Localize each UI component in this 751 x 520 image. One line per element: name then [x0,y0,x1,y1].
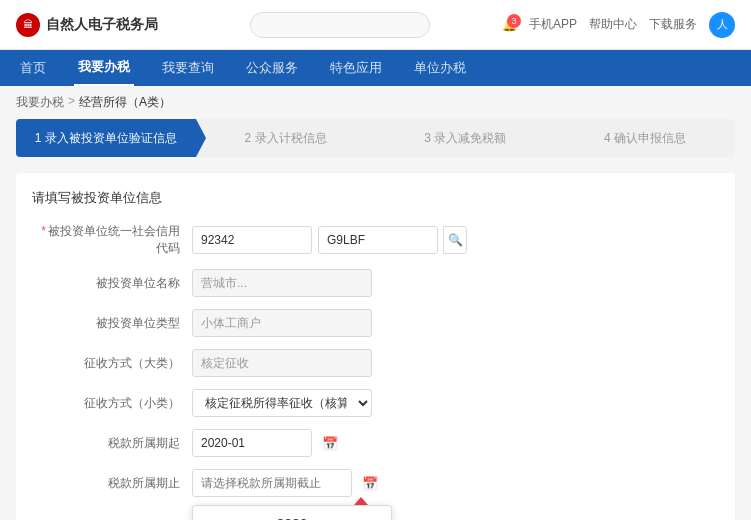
breadcrumb: 我要办税 > 经营所得（A类） [0,86,751,119]
tax-end-calendar-icon[interactable]: 📅 [362,476,378,491]
breadcrumb-home[interactable]: 我要办税 [16,94,64,111]
nav-unit[interactable]: 单位办税 [410,50,470,86]
company-name-row: 被投资单位名称 [32,269,719,297]
nav-my-tax[interactable]: 我要办税 [74,50,134,86]
steps-bar: 1 录入被投资单位验证信息 2 录入计税信息 3 录入减免税额 4 确认申报信息 [16,119,735,157]
collect-type-major-control [192,349,372,377]
tax-start-row: 税款所属期起 📅 [32,429,719,457]
social-code-row: 被投资单位统一社会信用代码 🔍 [32,223,719,257]
social-code-control: 🔍 [192,226,467,254]
tax-end-control: 📅 [192,469,378,497]
calendar-header: « 2020 » [203,516,381,520]
company-name-input [192,269,372,297]
step-3-arrow [555,119,565,157]
section-title: 请填写被投资单位信息 [32,189,719,207]
header: 🏛 自然人电子税务局 🔔 3 手机APP 帮助中心 下载服务 人 [0,0,751,50]
collect-type-major-row: 征收方式（大类） [32,349,719,377]
nav-home[interactable]: 首页 [16,50,50,86]
search-input[interactable] [250,12,430,38]
tax-start-control: 📅 [192,429,338,457]
calendar-arrow [354,497,368,505]
step-4-label: 4 确认申报信息 [604,130,686,147]
collect-type-major-label: 征收方式（大类） [32,355,192,372]
company-type-control [192,309,372,337]
tax-end-input[interactable] [192,469,352,497]
social-code-input[interactable] [192,226,312,254]
cal-next-button[interactable]: » [316,516,324,520]
step-3-label: 3 录入减免税额 [424,130,506,147]
collect-type-major-input [192,349,372,377]
breadcrumb-current: 经营所得（A类） [79,94,171,111]
step-1-label: 1 录入被投资单位验证信息 [35,130,177,147]
company-type-row: 被投资单位类型 [32,309,719,337]
cal-prev-button[interactable]: « [261,516,269,520]
notification-bell[interactable]: 🔔 3 [502,18,517,32]
nav-public[interactable]: 公众服务 [242,50,302,86]
company-name-label: 被投资单位名称 [32,275,192,292]
tax-end-label: 税款所属期止 [32,475,192,492]
nav-query[interactable]: 我要查询 [158,50,218,86]
step-2-label: 2 录入计税信息 [245,130,327,147]
main-content: 1 录入被投资单位验证信息 2 录入计税信息 3 录入减免税额 4 确认申报信息… [0,119,751,520]
notification-badge: 3 [507,14,521,28]
tax-end-row: 税款所属期止 📅 [32,469,719,497]
header-actions: 🔔 3 手机APP 帮助中心 下载服务 人 [502,12,735,38]
calendar-box: « 2020 » 1月 2月 3月 4月 5月 6月 7月 8月 9月 10月 … [192,505,392,520]
step-2-arrow [376,119,386,157]
social-code-label: 被投资单位统一社会信用代码 [32,223,192,257]
company-type-input [192,309,372,337]
collect-type-minor-label: 征收方式（小类） [32,395,192,412]
collect-type-minor-row: 征收方式（小类） 核定征税所得率征收（核算收入总额） [32,389,719,417]
company-type-label: 被投资单位类型 [32,315,192,332]
collect-type-minor-control: 核定征税所得率征收（核算收入总额） [192,389,372,417]
step-4: 4 确认申报信息 [555,119,735,157]
tax-start-calendar-icon[interactable]: 📅 [322,436,338,451]
step-2: 2 录入计税信息 [196,119,376,157]
social-code-search-button[interactable]: 🔍 [443,226,467,254]
tax-start-input[interactable] [192,429,312,457]
phone-app-link[interactable]: 手机APP [529,16,577,33]
user-avatar[interactable]: 人 [709,12,735,38]
logo-icon: 🏛 [16,13,40,37]
form-card: 请填写被投资单位信息 被投资单位统一社会信用代码 🔍 被投资单位名称 被投资单位… [16,173,735,520]
nav-special[interactable]: 特色应用 [326,50,386,86]
company-name-control [192,269,372,297]
step-3: 3 录入减免税额 [376,119,556,157]
download-link[interactable]: 下载服务 [649,16,697,33]
logo-text: 自然人电子税务局 [46,16,158,34]
logo: 🏛 自然人电子税务局 [16,13,158,37]
social-code-suffix-input[interactable] [318,226,438,254]
tax-start-label: 税款所属期起 [32,435,192,452]
collect-type-minor-select[interactable]: 核定征税所得率征收（核算收入总额） [192,389,372,417]
step-1-arrow [196,119,206,157]
step-1: 1 录入被投资单位验证信息 [16,119,196,157]
cal-year-label: 2020 [276,516,307,520]
header-search-area [178,12,502,38]
main-nav: 首页 我要办税 我要查询 公众服务 特色应用 单位办税 [0,50,751,86]
calendar-area: « 2020 » 1月 2月 3月 4月 5月 6月 7月 8月 9月 10月 … [192,505,392,520]
help-link[interactable]: 帮助中心 [589,16,637,33]
